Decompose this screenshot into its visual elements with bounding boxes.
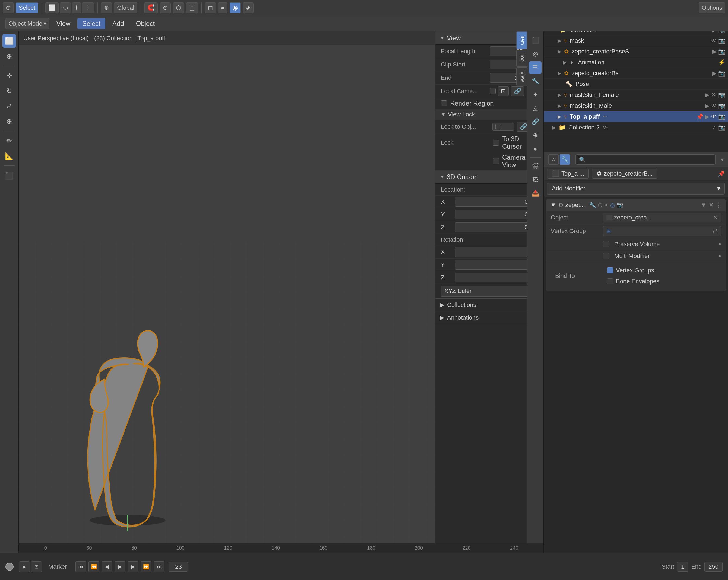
outliner-zepeto-base-s[interactable]: ▶ ✿ zepeto_creatorBaseS ▶ 📷 xyxy=(544,46,728,57)
add-modifier-btn[interactable]: Add Modifier ▾ xyxy=(547,183,725,194)
props-search-input[interactable]: 🔍 xyxy=(575,154,716,165)
3d-cursor-checkbox[interactable] xyxy=(493,140,499,146)
bone-envelopes-checkbox[interactable] xyxy=(607,278,613,284)
start-value[interactable]: 1 xyxy=(677,562,688,572)
outliner-mask-female[interactable]: ▶ ▿ maskSkin_Female ▶ 👁 📷 xyxy=(544,89,728,100)
mod-vg-value[interactable]: ⊞ ⇄ xyxy=(603,226,721,236)
overlay-btn[interactable]: ⬡ xyxy=(173,2,184,13)
data-icon[interactable]: ⊕ xyxy=(529,129,542,142)
lock-to-obj-value[interactable] xyxy=(492,122,514,131)
current-frame[interactable]: 23 xyxy=(169,562,188,572)
render-props-icon[interactable]: 🖼 xyxy=(529,174,542,186)
xray-btn[interactable]: ◫ xyxy=(186,2,198,13)
tab-top-a[interactable]: ⬛ Top_a ... xyxy=(547,169,589,178)
mod-obj-x[interactable]: ✕ xyxy=(713,214,718,221)
tab-view[interactable]: View xyxy=(516,67,527,86)
tab-item[interactable]: Item xyxy=(516,31,527,49)
mod-close-btn[interactable]: ✕ xyxy=(709,201,713,209)
c2-check-btn[interactable]: ✓ xyxy=(712,124,717,131)
material-shade[interactable]: ◉ xyxy=(230,2,241,13)
constraints-icon[interactable]: 🔗 xyxy=(529,116,542,128)
physics-icon[interactable]: ◬ xyxy=(529,102,542,114)
play-btn[interactable]: ▶ xyxy=(114,561,125,572)
scene-icon[interactable]: ⬛ xyxy=(529,34,542,47)
transform-global[interactable]: Global xyxy=(114,2,137,13)
jump-start-btn[interactable]: ⏮ xyxy=(75,561,86,572)
scale-tool[interactable]: ⤢ xyxy=(2,99,16,113)
props-pin-btn[interactable]: 📌 xyxy=(718,170,725,177)
sync-mode[interactable]: ⊡ xyxy=(31,561,42,572)
cz-value[interactable]: 0 m xyxy=(455,222,538,232)
anim-link-btn[interactable]: ⚡ xyxy=(718,59,725,66)
local-cam-checkbox[interactable] xyxy=(490,88,496,94)
cursor-btn[interactable]: ⊕ xyxy=(3,2,14,13)
mod-type-mesh[interactable]: ⬡ xyxy=(598,202,602,208)
mm-render-btn[interactable]: 📷 xyxy=(718,103,725,109)
mod-object-value[interactable]: zepeto_crea... ✕ xyxy=(603,213,721,222)
next-keyframe-btn[interactable]: ⏩ xyxy=(140,561,152,572)
mod-type-physics[interactable]: ◎ xyxy=(610,202,615,208)
zbs-view-btn[interactable]: ▶ xyxy=(712,48,717,55)
output-props-icon[interactable]: 📤 xyxy=(529,187,542,200)
transform-tool[interactable]: ⊕ xyxy=(2,114,16,128)
local-cam-pick[interactable]: 🔗 xyxy=(511,86,524,96)
tab-tool[interactable]: Tool xyxy=(516,50,527,67)
rotate-tool[interactable]: ↻ xyxy=(2,84,16,98)
mod-type-particles[interactable]: ✦ xyxy=(604,202,608,208)
vertex-groups-checkbox[interactable] xyxy=(607,268,613,273)
select-extra[interactable]: ⋮ xyxy=(82,2,94,13)
crz-value[interactable]: 0° xyxy=(455,273,538,282)
outliner-top-a-puff[interactable]: ▶ ▿ Top_a puff ✏ 📌 ▶ 👁 📷 xyxy=(544,111,728,122)
object-mode-dropdown[interactable]: Object Mode ▾ xyxy=(5,18,49,29)
select-btn[interactable]: Select xyxy=(16,2,38,13)
mf-render-btn[interactable]: 📷 xyxy=(718,92,725,98)
outliner-pose[interactable]: 🦴 Pose xyxy=(544,79,728,89)
select-tool[interactable]: ⬜ xyxy=(2,34,16,48)
menu-select[interactable]: Select xyxy=(77,18,105,29)
outliner-mask-male[interactable]: ▶ ▿ maskSkin_Male ▶ 👁 📷 xyxy=(544,100,728,111)
select-circle[interactable]: ⬭ xyxy=(60,2,71,13)
wire-shade[interactable]: ◻ xyxy=(205,2,216,13)
render-shade[interactable]: ◈ xyxy=(243,2,254,13)
cursor-tool[interactable]: ⊕ xyxy=(2,49,16,63)
zbs-render-btn[interactable]: 📷 xyxy=(718,48,725,55)
cy-value[interactable]: 0 m xyxy=(455,210,538,219)
jump-end-btn[interactable]: ⏭ xyxy=(154,561,164,572)
outliner-animation[interactable]: ▶ ⏵ Animation ⚡ xyxy=(544,57,728,68)
object-icon[interactable]: ☰ xyxy=(529,61,542,74)
mod-type-camera[interactable]: 📷 xyxy=(617,202,623,208)
tap-render-btn[interactable]: 📷 xyxy=(718,113,725,120)
camera-to-view-checkbox[interactable] xyxy=(493,158,499,164)
proportional-btn[interactable]: ⊙ xyxy=(160,2,171,13)
annotate-tool[interactable]: ✏ xyxy=(2,134,16,147)
props-icon-modifier[interactable]: 🔧 xyxy=(560,154,570,165)
select-box[interactable]: ⬜ xyxy=(45,2,59,13)
outliner-mask[interactable]: ▶ ▿ mask 👁 📷 xyxy=(544,35,728,46)
camera-props-icon[interactable]: 🎬 xyxy=(529,160,542,172)
mm-view-btn[interactable]: ▶ xyxy=(705,103,709,109)
mf-view-btn[interactable]: ▶ xyxy=(705,92,709,98)
tap-view-btn[interactable]: ▶ xyxy=(705,113,709,120)
pv-checkbox[interactable] xyxy=(603,241,609,247)
mm-eye-btn[interactable]: 👁 xyxy=(711,103,717,109)
zba-render-btn[interactable]: 📷 xyxy=(718,70,725,77)
prev-keyframe-btn[interactable]: ⏪ xyxy=(88,561,99,572)
modifier-icon[interactable]: 🔧 xyxy=(529,75,542,87)
cry-value[interactable]: 0° xyxy=(455,260,538,270)
c2-render-btn[interactable]: 📷 xyxy=(718,124,725,131)
euler-mode-dropdown[interactable]: XYZ Euler ▾ xyxy=(441,286,538,297)
mod-type-wrench[interactable]: 🔧 xyxy=(589,202,596,208)
add-object-tool[interactable]: ⬛ xyxy=(2,169,16,182)
mod-dots-btn[interactable]: ⋮ xyxy=(716,201,722,209)
menu-add[interactable]: Add xyxy=(107,18,129,29)
end-value[interactable]: 250 xyxy=(704,562,723,572)
tap-pin-btn[interactable]: 📌 xyxy=(696,113,703,120)
props-nav-btn[interactable]: ▾ xyxy=(721,156,724,163)
playback-type[interactable]: ▸ xyxy=(19,561,30,572)
mm-checkbox[interactable] xyxy=(603,253,609,259)
prev-frame-btn[interactable]: ◀ xyxy=(102,561,112,572)
outliner-collection-2[interactable]: ▶ 📁 Collection 2 V₂ ✓ 📷 xyxy=(544,122,728,133)
render-region-checkbox[interactable] xyxy=(441,100,447,106)
props-icon-object[interactable]: ○ xyxy=(548,154,558,165)
pivot-btn[interactable]: ⊛ xyxy=(101,2,112,13)
